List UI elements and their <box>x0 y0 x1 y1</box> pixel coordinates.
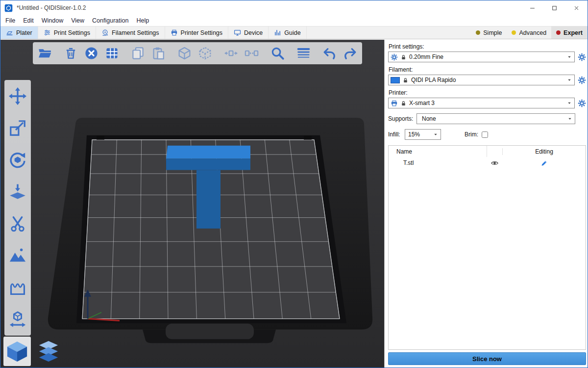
print-settings-combo[interactable]: 0.20mm Fine <box>388 52 575 62</box>
flatten-icon <box>8 183 27 201</box>
minimize-button[interactable] <box>521 0 543 15</box>
menu-file[interactable]: File <box>1 16 19 26</box>
copy-icon <box>131 46 145 60</box>
redo-button[interactable] <box>343 46 358 61</box>
mode-dot <box>512 30 516 35</box>
move-tool[interactable] <box>8 86 27 106</box>
edit-object-button[interactable] <box>502 159 586 167</box>
lock-icon <box>400 100 407 106</box>
move-icon <box>8 87 27 105</box>
add-instance-button[interactable] <box>177 46 192 61</box>
supports-combo[interactable]: None <box>416 113 575 124</box>
search-button[interactable] <box>270 46 285 61</box>
gear-icon <box>578 53 586 61</box>
menu-window[interactable]: Window <box>38 16 67 26</box>
tab-print-settings[interactable]: Print Settings <box>38 26 96 39</box>
paint-supports-tool[interactable] <box>8 246 27 265</box>
mode-simple[interactable]: Simple <box>471 26 507 39</box>
tab-filament-settings[interactable]: Filament Settings <box>96 26 165 39</box>
window-title: *Untitled - QIDISlicer-1.0.2 <box>17 4 86 11</box>
delete-button[interactable] <box>63 46 78 61</box>
preview-view-toggle[interactable] <box>35 337 62 366</box>
chevron-down-icon <box>567 116 572 121</box>
layers-icon <box>37 340 60 363</box>
tab-printer-settings[interactable]: Printer Settings <box>165 26 228 39</box>
close-button[interactable] <box>565 0 588 15</box>
model-bar-front-face[interactable] <box>166 159 250 170</box>
column-name: Name <box>389 148 487 155</box>
window-controls <box>521 0 588 15</box>
lines-icon <box>296 46 311 60</box>
toggle-visibility-button[interactable] <box>487 159 502 167</box>
printer-value: X-smart 3 <box>409 100 564 106</box>
mode-advanced[interactable]: Advanced <box>507 26 551 39</box>
tab-guide[interactable]: Guide <box>269 26 306 39</box>
menu-view[interactable]: View <box>67 16 88 26</box>
split-to-parts-button[interactable] <box>244 46 259 61</box>
printer-combo[interactable]: X-smart 3 <box>388 98 575 108</box>
maximize-button[interactable] <box>543 0 565 15</box>
mode-switcher: SimpleAdvancedExpert <box>471 26 588 39</box>
variable-layer-height-button[interactable] <box>296 46 311 61</box>
tab-label: Device <box>244 29 263 36</box>
edit-icon <box>540 159 548 167</box>
tab-plater[interactable]: Plater <box>0 26 38 39</box>
paste-button[interactable] <box>151 46 166 61</box>
copy-button[interactable] <box>130 46 146 61</box>
fuzzy-skin-tool[interactable] <box>8 278 27 297</box>
lock-icon <box>400 54 407 60</box>
mode-expert[interactable]: Expert <box>551 26 588 39</box>
undo-button[interactable] <box>322 46 337 61</box>
place-on-face-tool[interactable] <box>8 182 27 202</box>
scale-tool[interactable] <box>8 118 27 138</box>
menu-help[interactable]: Help <box>132 16 153 26</box>
sliders-icon <box>44 29 51 36</box>
model-stem[interactable] <box>196 170 220 228</box>
open-project-button[interactable] <box>37 46 52 61</box>
lock-icon <box>402 77 409 83</box>
split-to-objects-button[interactable] <box>223 46 239 61</box>
spool-icon <box>101 29 109 36</box>
mirror-tool[interactable] <box>8 310 27 329</box>
chevron-down-icon <box>567 78 572 82</box>
guide-icon <box>274 29 281 36</box>
chevron-down-icon <box>567 54 572 59</box>
cube-icon <box>177 46 192 60</box>
rotate-tool[interactable] <box>8 150 27 170</box>
cut-tool[interactable] <box>8 214 27 234</box>
filament-label: Filament: <box>389 66 586 73</box>
maximize-icon <box>551 4 558 12</box>
tab-label: Filament Settings <box>112 29 159 36</box>
supports-value: None <box>419 115 565 122</box>
filament-color-swatch <box>391 77 400 83</box>
undo-icon <box>322 46 337 60</box>
printer-gear-button[interactable] <box>577 99 586 107</box>
filament-gear-button[interactable] <box>577 76 586 84</box>
infill-combo[interactable]: 15% <box>405 129 441 140</box>
minimize-icon <box>529 4 536 12</box>
3d-viewport[interactable] <box>0 40 384 368</box>
tab-device[interactable]: Device <box>228 26 269 39</box>
model-top-face[interactable] <box>166 146 250 159</box>
brim-checkbox[interactable] <box>482 131 488 138</box>
object-list-row[interactable]: T.stl <box>389 157 586 169</box>
arrange-button[interactable] <box>104 46 120 61</box>
supports-label: Supports: <box>388 115 416 122</box>
remove-instance-button[interactable] <box>197 46 213 61</box>
printer-label: Printer: <box>389 89 586 96</box>
fuzzy-icon <box>8 278 27 297</box>
paste-icon <box>151 46 166 60</box>
gear-icon <box>578 76 586 84</box>
filament-combo[interactable]: QIDI PLA Rapido <box>388 75 575 85</box>
bed-clip <box>97 136 104 140</box>
editor-view-toggle[interactable] <box>3 337 31 366</box>
print-settings-gear-button[interactable] <box>577 53 586 61</box>
scene-canvas[interactable] <box>0 40 384 368</box>
slice-now-button[interactable]: Slice now <box>388 352 586 365</box>
circle-x-icon <box>84 46 98 60</box>
menu-configuration[interactable]: Configuration <box>88 16 132 26</box>
menu-edit[interactable]: Edit <box>19 16 38 26</box>
delete-all-button[interactable] <box>84 46 99 61</box>
paint-icon <box>8 246 27 265</box>
title-bar: *Untitled - QIDISlicer-1.0.2 <box>0 0 588 15</box>
